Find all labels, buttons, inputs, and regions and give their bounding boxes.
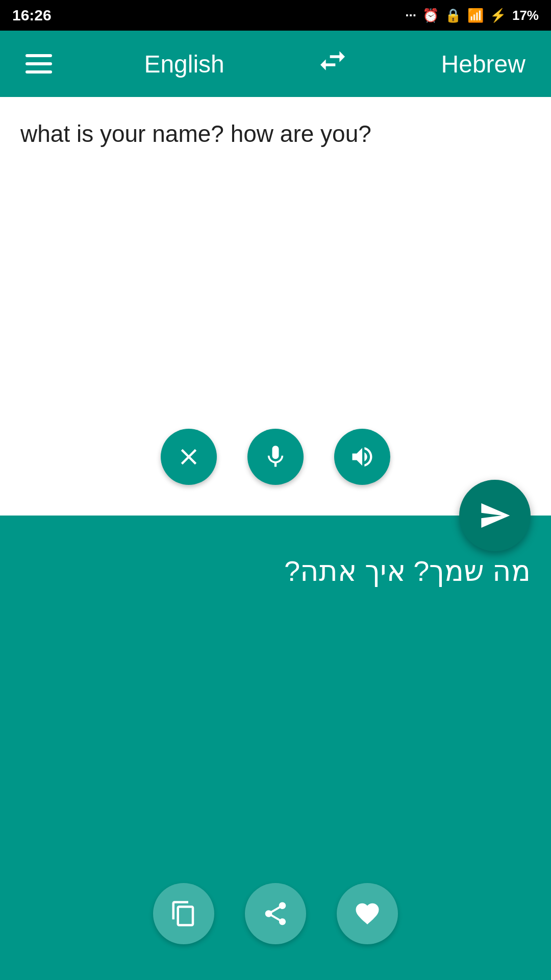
clear-button[interactable] — [161, 429, 217, 485]
alarm-icon: ⏰ — [422, 8, 439, 23]
send-icon — [479, 499, 511, 532]
time-display: 16:26 — [12, 7, 52, 24]
swap-languages-button[interactable] — [316, 44, 349, 83]
main-content: what is your name? how are you? — [0, 97, 551, 980]
microphone-button[interactable] — [247, 429, 304, 485]
menu-line-2 — [26, 62, 52, 65]
favorite-button[interactable] — [337, 883, 398, 944]
battery-display: 17% — [512, 8, 539, 23]
share-icon — [262, 900, 289, 927]
source-language-button[interactable]: English — [144, 50, 224, 78]
menu-button[interactable] — [26, 54, 52, 74]
target-language-button[interactable]: Hebrew — [441, 50, 525, 78]
mic-icon — [262, 444, 289, 470]
copy-icon — [170, 900, 197, 927]
copy-button[interactable] — [153, 883, 214, 944]
signal-icon: 📶 — [467, 8, 484, 23]
battery-percent: 17% — [512, 8, 539, 23]
input-controls — [20, 413, 531, 500]
sim-icon: 🔒 — [445, 8, 461, 23]
input-section: what is your name? how are you? — [0, 97, 551, 516]
navbar: English Hebrew — [0, 31, 551, 97]
output-controls — [20, 868, 531, 960]
dots-icon: ··· — [405, 8, 416, 23]
status-bar: 16:26 ··· ⏰ 🔒 📶 ⚡ 17% — [0, 0, 551, 31]
output-section: מה שמך? איך אתה? — [0, 516, 551, 980]
menu-line-1 — [26, 54, 52, 57]
speaker-button[interactable] — [334, 429, 390, 485]
input-text[interactable]: what is your name? how are you? — [20, 117, 531, 413]
volume-icon — [349, 444, 375, 470]
status-icons: ··· ⏰ 🔒 📶 ⚡ 17% — [405, 8, 539, 23]
charging-icon: ⚡ — [490, 8, 506, 23]
close-icon — [176, 444, 202, 470]
output-text: מה שמך? איך אתה? — [20, 541, 531, 591]
share-button[interactable] — [245, 883, 306, 944]
menu-line-3 — [26, 70, 52, 74]
heart-icon — [354, 900, 381, 927]
translate-button[interactable] — [459, 480, 531, 551]
